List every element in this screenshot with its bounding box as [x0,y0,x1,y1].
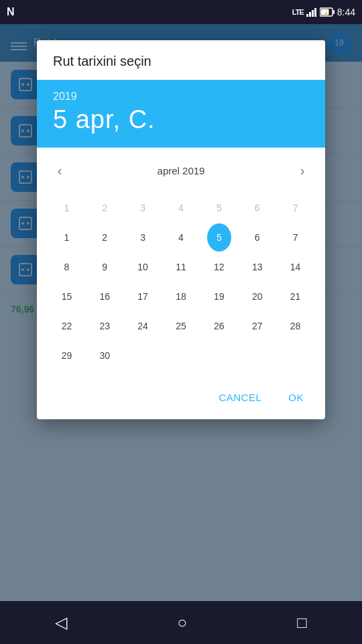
cal-day-prev-7[interactable]: 7 [284,194,308,222]
cal-day-prev-3[interactable]: 3 [131,194,155,222]
ok-button[interactable]: OK [278,386,314,409]
calendar-grid: 1 2 3 4 5 6 7 1 2 3 4 5 6 7 8 9 10 11 12… [48,193,314,370]
svg-rect-2 [312,10,314,17]
cal-day-7[interactable]: 7 [284,223,308,252]
svg-rect-0 [306,14,308,17]
clock: 8:44 [337,7,355,17]
cal-day-28[interactable]: 28 [284,312,308,340]
cal-cell: 4 [162,193,200,223]
cal-day-30[interactable]: 30 [93,341,117,370]
cal-day-empty-1 [131,341,155,370]
dialog-title: Rut tarixini seçin [37,40,325,80]
cal-day-19[interactable]: 19 [207,282,231,311]
cal-cell: 1 [48,193,86,223]
cal-day-prev-2[interactable]: 2 [93,194,117,222]
cal-day-16[interactable]: 16 [93,282,117,311]
cal-day-14[interactable]: 14 [284,253,308,281]
cal-day-prev-1[interactable]: 1 [54,194,78,222]
dialog-selected-date: 5 apr, C. [53,105,309,134]
home-button[interactable]: ○ [177,613,187,632]
calendar-container: ‹ aprel 2019 › 1 2 3 4 5 6 7 1 2 3 4 5 6… [37,148,325,381]
n-logo-icon: N [7,6,15,18]
cal-day-20[interactable]: 20 [245,282,269,311]
cal-day-29[interactable]: 29 [54,341,78,370]
cal-day-empty-2 [169,341,193,370]
cal-day-empty-4 [245,341,269,370]
cal-cell: 5 [200,193,238,223]
cancel-button[interactable]: CANCEL [208,386,272,409]
svg-text:⚡: ⚡ [323,10,329,16]
cal-day-24[interactable]: 24 [131,312,155,340]
cal-day-prev-6[interactable]: 6 [245,194,269,222]
cal-cell: 6 [238,193,276,223]
cal-day-23[interactable]: 23 [93,312,117,340]
back-button[interactable]: ◁ [55,613,67,632]
dialog-selected-year: 2019 [53,91,309,103]
bottom-nav-bar: ◁ ○ □ [0,601,362,644]
cal-day-2[interactable]: 2 [93,223,117,252]
lte-icon: LTE [292,8,304,16]
cal-day-5-selected[interactable]: 5 [207,223,231,252]
cal-day-10[interactable]: 10 [131,253,155,281]
cal-day-prev-5[interactable]: 5 [207,194,231,222]
cal-day-9[interactable]: 9 [93,253,117,281]
cal-day-empty-3 [207,341,231,370]
cal-day-11[interactable]: 11 [169,253,193,281]
cal-day-13[interactable]: 13 [245,253,269,281]
cal-day-6[interactable]: 6 [245,223,269,252]
cal-day-17[interactable]: 17 [131,282,155,311]
cal-day-25[interactable]: 25 [169,312,193,340]
cal-day-22[interactable]: 22 [54,312,78,340]
prev-month-button[interactable]: ‹ [48,158,72,182]
cal-day-8[interactable]: 8 [54,253,78,281]
cal-day-27[interactable]: 27 [245,312,269,340]
svg-rect-1 [309,12,311,17]
signal-icon [306,7,317,17]
next-month-button[interactable]: › [290,158,314,182]
dialog-header: 2019 5 apr, C. [37,80,325,148]
recents-button[interactable]: □ [297,613,307,632]
cal-day-3[interactable]: 3 [131,223,155,252]
cal-cell: 2 [86,193,124,223]
cal-day-26[interactable]: 26 [207,312,231,340]
status-bar-left: N [7,6,15,18]
cal-day-1[interactable]: 1 [54,223,78,252]
calendar-nav: ‹ aprel 2019 › [48,153,314,193]
dialog-actions: CANCEL OK [37,381,325,419]
svg-rect-3 [314,8,316,17]
cal-cell: 3 [124,193,162,223]
date-picker-dialog: Rut tarixini seçin 2019 5 apr, C. ‹ apre… [37,40,325,419]
cal-day-prev-4[interactable]: 4 [169,194,193,222]
status-bar: N LTE ⚡ 8:44 [0,0,362,24]
svg-rect-5 [333,10,335,14]
cal-day-21[interactable]: 21 [284,282,308,311]
cal-day-12[interactable]: 12 [207,253,231,281]
cal-cell: 7 [276,193,314,223]
cal-day-empty-5 [284,341,308,370]
status-bar-right: LTE ⚡ 8:44 [292,7,355,17]
battery-icon: ⚡ [320,7,335,17]
cal-day-15[interactable]: 15 [54,282,78,311]
cal-day-4[interactable]: 4 [169,223,193,252]
calendar-month-label: aprel 2019 [158,165,205,176]
cal-day-18[interactable]: 18 [169,282,193,311]
